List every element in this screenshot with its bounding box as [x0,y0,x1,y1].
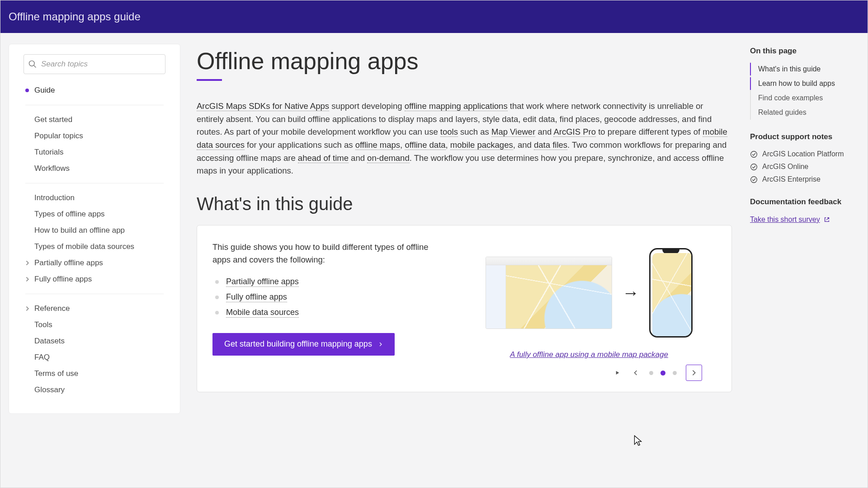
inline-link[interactable]: on-demand [367,153,410,163]
chevron-right-icon [24,305,31,312]
sidebar-item[interactable]: Guide [14,82,175,99]
cta-label: Get started building offline mapping app… [224,339,372,349]
sidebar-item[interactable]: Glossary [14,382,175,398]
bullet-icon [215,280,219,284]
carousel-dot[interactable] [649,371,653,375]
carousel-play-button[interactable] [613,368,622,377]
phone-mockup [649,248,693,338]
sidebar-item-label: Workflows [34,164,70,173]
carousel-prev-button[interactable] [631,368,640,377]
inline-link[interactable]: Map Viewer [491,127,535,137]
section-heading: What's in this guide [197,194,732,214]
inline-link[interactable]: offline maps [355,140,400,150]
sidebar-item-label: Partially offline apps [34,258,103,267]
sidebar-item[interactable]: Tutorials [14,144,175,160]
sidebar: GuideGet startedPopular topicsTutorialsW… [9,44,180,414]
support-label: ArcGIS Enterprise [762,175,821,183]
search-icon [28,60,37,69]
sidebar-item[interactable]: Popular topics [14,128,175,144]
carousel-next-button[interactable] [686,365,702,381]
support-item: ArcGIS Enterprise [750,173,858,186]
sidebar-item-label: Tools [34,320,52,329]
sidebar-item[interactable]: Partially offline apps [14,255,175,271]
list-item: Fully offline apps [212,290,448,305]
support-item: ArcGIS Location Platform [750,148,858,160]
inline-link[interactable]: ArcGIS Maps SDKs for Native Apps [197,101,329,111]
search-input[interactable] [24,54,165,74]
svg-marker-2 [616,371,619,375]
external-link-icon [824,216,830,223]
guide-card: This guide shows you how to build differ… [197,225,732,392]
main-content: Offline mapping apps ArcGIS Maps SDKs fo… [180,44,750,414]
sidebar-item[interactable]: Introduction [14,190,175,206]
sidebar-item[interactable]: Tools [14,317,175,333]
check-circle-icon [750,176,758,183]
check-circle-icon [750,150,758,158]
check-circle-icon [750,163,758,171]
app-title: Offline mapping apps guide [9,10,141,23]
chevron-right-icon [691,370,697,376]
toc-item[interactable]: Find code examples [751,91,858,105]
carousel-controls [599,365,716,381]
bullet-icon [215,296,219,299]
chevron-right-icon [24,260,31,266]
list-item-link[interactable]: Mobile data sources [226,308,299,318]
sidebar-item-label: Tutorials [34,148,64,157]
sidebar-item[interactable]: Datasets [14,333,175,349]
feedback-title: Documentation feedback [750,197,858,206]
sidebar-item[interactable]: FAQ [14,349,175,366]
right-rail: On this page What's in this guideLearn h… [750,44,868,414]
inline-link[interactable]: offline data [405,140,445,150]
arrow-right-icon: → [622,283,639,303]
nav-divider [25,294,164,294]
illustration: → [486,248,693,338]
sidebar-item[interactable]: Reference [14,300,175,317]
illustration-caption: A fully offline app using a mobile map p… [510,350,668,359]
nav-divider [25,183,164,183]
sidebar-item-label: Guide [34,86,55,95]
caption-link[interactable]: A fully offline app using a mobile map p… [510,350,668,359]
inline-link[interactable]: ArcGIS Pro [553,127,596,137]
app-header: Offline mapping apps guide [0,0,868,33]
sidebar-item[interactable]: Terms of use [14,366,175,382]
card-lead: This guide shows you how to build differ… [212,241,448,266]
support-label: ArcGIS Online [762,163,808,171]
svg-point-0 [29,61,35,66]
get-started-button[interactable]: Get started building offline mapping app… [212,333,395,356]
inline-link[interactable]: mobile packages [450,140,513,150]
sidebar-item[interactable]: Types of offline apps [14,206,175,222]
list-item-link[interactable]: Fully offline apps [226,292,287,302]
toc-item[interactable]: What's in this guide [751,62,858,76]
list-item: Mobile data sources [212,305,448,320]
svg-point-3 [751,151,757,157]
toc-item[interactable]: Related guides [751,105,858,120]
inline-link[interactable]: ahead of time [298,153,349,163]
sidebar-item[interactable]: Workflows [14,160,175,177]
sidebar-item-label: Glossary [34,385,65,394]
desktop-map-thumbnail [486,257,612,329]
bullet-icon [215,311,219,314]
support-label: ArcGIS Location Platform [762,150,844,158]
list-item: Partially offline apps [212,274,448,290]
nav-divider [25,105,164,105]
inline-link[interactable]: data files [534,140,567,150]
support-item: ArcGIS Online [750,160,858,173]
carousel-dot[interactable] [660,371,665,375]
sidebar-item[interactable]: Fully offline apps [14,271,175,287]
sidebar-item[interactable]: Types of mobile data sources [14,239,175,255]
sidebar-item[interactable]: Get started [14,112,175,128]
sidebar-item-label: FAQ [34,353,50,362]
sidebar-item-label: Introduction [34,193,75,202]
list-item-link[interactable]: Partially offline apps [226,277,299,287]
sidebar-item-label: How to build an offline app [34,226,125,235]
title-underline [197,79,222,81]
feedback-link[interactable]: Take this short survey [750,216,830,224]
toc-item[interactable]: Learn how to build apps [751,76,858,91]
carousel-dot[interactable] [673,371,677,375]
sidebar-item-label: Types of offline apps [34,210,105,219]
inline-link[interactable]: tools [440,127,458,137]
sidebar-item[interactable]: How to build an offline app [14,222,175,239]
inline-link[interactable]: offline mapping applications [405,101,508,111]
svg-point-5 [751,176,757,183]
cursor-icon [633,435,643,447]
